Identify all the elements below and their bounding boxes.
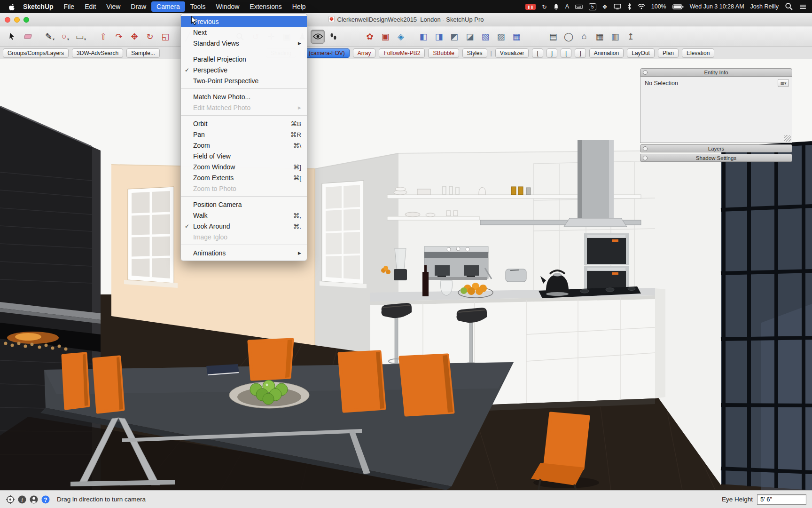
toolbar-tab-followme-pb2[interactable]: FollowMe-PB2 bbox=[379, 48, 425, 58]
menubar-item-extensions[interactable]: Extensions bbox=[244, 1, 287, 12]
rotate-tool[interactable]: ↻ bbox=[143, 30, 157, 44]
menu-item-animations[interactable]: Animations▶ bbox=[181, 247, 307, 258]
menu-item-two-point-perspective[interactable]: Two-Point Perspective bbox=[181, 75, 307, 86]
geolocation-icon[interactable] bbox=[6, 495, 15, 504]
follow-me-tool[interactable]: ↷ bbox=[112, 30, 126, 44]
menubar-item-file[interactable]: File bbox=[59, 1, 80, 12]
menu-item-look-around[interactable]: ✓Look Around⌘. bbox=[181, 221, 307, 231]
toolbar-tab-animation[interactable]: Animation bbox=[589, 48, 624, 58]
print-icon[interactable]: ▥ bbox=[608, 30, 622, 44]
menu-item-zoom-extents[interactable]: Zoom Extents⌘[ bbox=[181, 172, 307, 183]
entity-info-header[interactable]: Entity Info bbox=[640, 68, 792, 77]
circle-tool-dropdown-caret[interactable]: ▾ bbox=[67, 37, 69, 41]
menu-item-position-camera[interactable]: Position Camera bbox=[181, 199, 307, 210]
menu-item-parallel-projection[interactable]: Parallel Projection bbox=[181, 54, 307, 64]
keyboard-icon[interactable] bbox=[575, 4, 583, 9]
rectangle-tool-dropdown-caret[interactable]: ▾ bbox=[84, 37, 86, 41]
menu-item-pan[interactable]: Pan⌘R bbox=[181, 129, 307, 140]
cube-plugin-icon-3[interactable]: ◩ bbox=[447, 30, 461, 44]
toolbar-tab-elevation[interactable]: Elevation bbox=[682, 48, 714, 58]
entity-info-resize-handle[interactable] bbox=[784, 135, 791, 142]
look-around-tool[interactable] bbox=[311, 30, 325, 44]
menu-item-previous[interactable]: Previous bbox=[181, 16, 307, 27]
menubar-item-camera[interactable]: Camera bbox=[151, 1, 185, 12]
cylinder-icon[interactable]: ◯ bbox=[562, 30, 576, 44]
modeling-viewport[interactable]: Entity Info No Selection ▦▾ Layers Shado… bbox=[0, 59, 812, 490]
plugin-icon-3[interactable]: ◈ bbox=[394, 30, 408, 44]
grid-icon[interactable]: ▦ bbox=[593, 30, 607, 44]
help-icon[interactable]: ? bbox=[41, 495, 50, 504]
menubar-item-help[interactable]: Help bbox=[287, 1, 311, 12]
toolbar-tab-styles[interactable]: Styles bbox=[462, 48, 487, 58]
screen-recording-icon[interactable]: ❚❚ bbox=[525, 4, 536, 10]
menubar-clock[interactable]: Wed Jun 3 10:28 AM bbox=[690, 3, 744, 10]
entity-info-collapse-toggle[interactable] bbox=[643, 70, 648, 75]
credits-icon[interactable]: i bbox=[17, 495, 27, 504]
plugin-icon-2[interactable]: ▣ bbox=[378, 30, 392, 44]
shadow-settings-header[interactable]: Shadow Settings bbox=[640, 154, 792, 162]
menu-item-walk[interactable]: Walk⌘, bbox=[181, 210, 307, 221]
zoom-window-button[interactable] bbox=[23, 17, 29, 23]
cube-plugin-icon-7[interactable]: ▦ bbox=[509, 30, 523, 44]
toolbar-tab-camera-fov[interactable]: (camera-FOV) bbox=[304, 48, 350, 58]
user-icon[interactable] bbox=[29, 495, 39, 504]
menu-item-next[interactable]: Next bbox=[181, 27, 307, 38]
toolbar-tab-3dw-advsearch[interactable]: 3DW-AdvSearch bbox=[72, 48, 123, 58]
menubar-item-edit[interactable]: Edit bbox=[79, 1, 101, 12]
notification-bell-icon[interactable] bbox=[553, 4, 559, 10]
eraser-tool[interactable] bbox=[20, 30, 34, 44]
notification-center-icon[interactable] bbox=[799, 4, 806, 9]
toolbar-tab-sample[interactable]: Sample... bbox=[126, 48, 160, 58]
toolbar-tab-visualizer[interactable]: Visualizer bbox=[495, 48, 529, 58]
home-icon[interactable]: ⌂ bbox=[577, 30, 591, 44]
display-icon[interactable] bbox=[614, 4, 621, 9]
plugin-icon-1[interactable]: ✿ bbox=[363, 30, 377, 44]
close-window-button[interactable] bbox=[5, 17, 10, 23]
menubar-item-sketchup[interactable]: SketchUp bbox=[18, 1, 59, 12]
text-format-icon[interactable]: A bbox=[565, 3, 569, 10]
rectangle-tool[interactable]: ▭▾ bbox=[74, 30, 88, 44]
time-machine-icon[interactable]: ↻ bbox=[542, 3, 547, 10]
cube-plugin-icon-6[interactable]: ▨ bbox=[494, 30, 508, 44]
wifi-icon[interactable] bbox=[638, 4, 645, 9]
export-icon[interactable]: ↥ bbox=[624, 30, 638, 44]
menu-item-orbit[interactable]: Orbit⌘B bbox=[181, 118, 307, 129]
fast-user-switch[interactable]: Josh Reilly bbox=[750, 3, 779, 10]
menu-item-field-of-view[interactable]: Field of View bbox=[181, 151, 307, 161]
select-tool[interactable] bbox=[5, 30, 19, 44]
battery-icon[interactable] bbox=[672, 4, 684, 9]
toolbar-tab-[interactable]: [ bbox=[532, 48, 543, 58]
entity-info-details-button[interactable]: ▦▾ bbox=[778, 79, 789, 87]
move-tool[interactable]: ✥ bbox=[127, 30, 141, 44]
section-icon[interactable]: ▤ bbox=[546, 30, 560, 44]
toolbar-tab-array[interactable]: Array bbox=[353, 48, 376, 58]
menu-item-zoom[interactable]: Zoom⌘\ bbox=[181, 140, 307, 151]
eye-height-input[interactable] bbox=[757, 494, 806, 505]
bluetooth-icon[interactable] bbox=[627, 3, 632, 10]
apple-menu-icon[interactable] bbox=[6, 3, 18, 10]
spotlight-icon[interactable] bbox=[785, 2, 793, 11]
battery-percent[interactable]: 100% bbox=[651, 3, 666, 10]
circle-tool[interactable]: ○▾ bbox=[58, 30, 72, 44]
toolbar-tab-[interactable]: ] bbox=[547, 48, 557, 58]
layers-panel-header[interactable]: Layers bbox=[640, 144, 792, 152]
menu-item-match-new-photo[interactable]: Match New Photo... bbox=[181, 91, 307, 102]
toolbar-tab-[interactable]: ] bbox=[575, 48, 586, 58]
minimize-window-button[interactable] bbox=[14, 17, 20, 23]
scale-tool[interactable]: ◱ bbox=[158, 30, 172, 44]
menu-item-zoom-window[interactable]: Zoom Window⌘] bbox=[181, 161, 307, 172]
toolbar-tab-layout[interactable]: LayOut bbox=[627, 48, 655, 58]
toolbar-tab-[interactable]: [ bbox=[561, 48, 571, 58]
menubar-item-draw[interactable]: Draw bbox=[125, 1, 151, 12]
cube-plugin-icon-5[interactable]: ▧ bbox=[478, 30, 492, 44]
menubar-item-window[interactable]: Window bbox=[211, 1, 245, 12]
line-tool-dropdown-caret[interactable]: ▾ bbox=[53, 37, 55, 41]
push-pull-tool[interactable]: ⇧ bbox=[96, 30, 110, 44]
badge-5-icon[interactable]: 5 bbox=[589, 3, 596, 10]
cube-plugin-icon-2[interactable]: ◨ bbox=[432, 30, 446, 44]
walk-tool[interactable] bbox=[326, 30, 340, 44]
menu-item-perspective[interactable]: ✓Perspective bbox=[181, 64, 307, 75]
toolbar-tab-groups-comps-layers[interactable]: Groups/Comps/Layers bbox=[3, 48, 69, 58]
menu-item-standard-views[interactable]: Standard Views▶ bbox=[181, 38, 307, 48]
menubar-item-view[interactable]: View bbox=[101, 1, 125, 12]
